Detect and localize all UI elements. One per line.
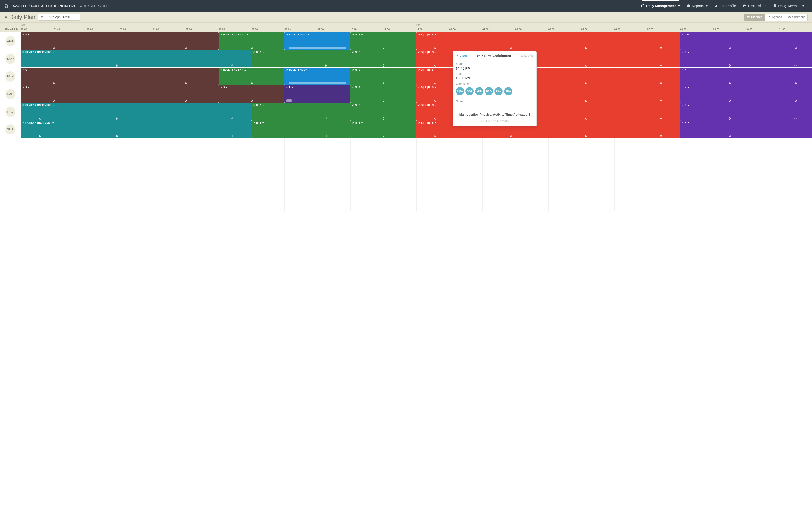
locked-label: Locked <box>524 54 534 57</box>
event-block[interactable]: S <box>21 68 219 85</box>
row-label-sha[interactable]: SHA <box>5 124 15 134</box>
date-display[interactable]: Sun Apr 14 2019 <box>46 14 75 20</box>
event-details-button[interactable]: Event Details <box>481 119 509 123</box>
event-block[interactable]: N <box>680 50 812 67</box>
top-nav: a AZA ELEPHANT WELFARE INITIATIVE WORKSH… <box>0 0 812 12</box>
event-block[interactable]: N <box>680 120 812 138</box>
swap-icon <box>22 51 24 53</box>
piechart-icon <box>687 4 691 8</box>
chevron-down-icon <box>688 69 689 70</box>
view-planner-button[interactable]: Planner <box>744 14 765 20</box>
event-block[interactable]: S <box>21 85 219 103</box>
hour-8: 08:00 <box>285 23 317 32</box>
lock-icon <box>520 54 523 57</box>
popover-locked: Locked <box>520 54 534 57</box>
event-block[interactable]: B | F | N | S <box>416 32 680 50</box>
row-label-pad[interactable]: PAD <box>5 89 15 99</box>
swap-icon <box>418 122 420 124</box>
swap-icon <box>681 34 684 36</box>
swap-icon <box>352 34 354 36</box>
swap-icon <box>220 34 222 36</box>
event-block[interactable]: F <box>285 85 350 103</box>
hour-20: 08:00 <box>680 23 713 32</box>
notes-label: Notes <box>456 100 534 103</box>
event-block[interactable]: N | S <box>252 103 350 120</box>
chevron-down-icon <box>262 105 264 106</box>
event-block[interactable]: FAMILY + TREATMENT <box>21 120 252 138</box>
hour-19: 07:00 <box>647 23 680 32</box>
view-summary-button[interactable]: Summary <box>785 14 807 20</box>
hour-13: 01:00 <box>449 23 482 32</box>
nav-daily-management[interactable]: Daily Management <box>638 0 683 12</box>
event-block[interactable]: N <box>680 103 812 120</box>
event-block[interactable]: N | S <box>252 120 350 138</box>
view-switcher: PlannerAgendaSummary <box>744 13 808 21</box>
swap-icon <box>418 87 420 89</box>
event-block[interactable]: S <box>219 85 285 103</box>
calendar-icon <box>747 16 750 18</box>
event-block[interactable]: N <box>680 85 812 103</box>
nav-discussions[interactable]: Discussions <box>739 0 769 12</box>
swap-icon <box>418 69 420 71</box>
elephant-chip-kun[interactable]: KUN <box>475 87 483 95</box>
nav-reports[interactable]: Reports <box>683 0 711 12</box>
elephant-chip-gop[interactable]: GOP <box>465 87 474 95</box>
chevron-down-icon <box>361 34 363 35</box>
chevron-down-icon <box>262 52 264 53</box>
event-block[interactable]: N | S <box>350 32 416 50</box>
hour-6: 06:00 <box>219 23 252 32</box>
track-gop: FAMILY + TREATMENTN | SN | SB | F | N | … <box>21 50 812 68</box>
event-block[interactable]: N | S <box>350 50 416 67</box>
hour-14: 02:00 <box>483 23 515 32</box>
event-block[interactable]: BULL + FAMILY + ... <box>219 68 285 85</box>
event-block[interactable]: S <box>21 32 219 50</box>
chevron-down-icon <box>28 69 30 70</box>
view-agenda-button[interactable]: Agenda <box>765 14 785 20</box>
hour-16: 04:00 <box>548 23 581 32</box>
checkbox-icon <box>481 119 485 123</box>
event-block[interactable]: BULL + FAMILY + ... <box>219 32 285 50</box>
chevron-down-icon <box>308 34 309 35</box>
event-block[interactable]: N | S <box>350 103 416 120</box>
popover-close-button[interactable]: Close <box>456 54 468 57</box>
elephant-chip-rav[interactable]: RAV <box>495 87 503 95</box>
event-block[interactable]: BULL + FAMILY <box>285 68 350 85</box>
row-label-rav[interactable]: RAV <box>5 107 15 117</box>
ends-value: 05:00 PM <box>456 76 534 80</box>
event-block[interactable]: N | S <box>350 68 416 85</box>
swap-icon <box>681 51 684 53</box>
nav-doug-meehan[interactable]: Doug, Meehan <box>769 0 808 12</box>
event-block[interactable]: N | S <box>350 120 416 138</box>
chevron-down-icon <box>435 122 436 123</box>
close-icon <box>456 54 459 57</box>
calendar-icon <box>641 4 645 8</box>
event-block[interactable]: N <box>680 68 812 85</box>
swap-icon <box>352 104 354 106</box>
calendar-icon <box>41 16 44 18</box>
event-block[interactable]: FAMILY + TREATMENT <box>21 50 252 67</box>
close-label: Close <box>460 54 468 57</box>
event-block[interactable]: FAMILY + TREATMENT <box>21 103 252 120</box>
date-calendar-button[interactable] <box>38 14 46 20</box>
hour-10: 10:00 <box>350 23 383 32</box>
details-label: Event Details <box>486 119 509 123</box>
nav-zoo-profile[interactable]: Zoo Profile <box>711 0 740 12</box>
row-label-kun[interactable]: KUN <box>5 71 15 81</box>
chevron-down-icon <box>52 122 54 123</box>
date-picker[interactable]: Sun Apr 14 2019 <box>38 14 80 20</box>
row-label-ama[interactable]: AMA <box>5 36 15 46</box>
elephant-chip-pad[interactable]: PAD <box>485 87 493 95</box>
event-block[interactable]: N | S <box>252 50 350 67</box>
user-icon <box>773 4 777 8</box>
zoo-name: WORKSHOP ZOO <box>80 4 107 8</box>
row-label-gop[interactable]: GOP <box>5 54 15 64</box>
elephant-chip-sha[interactable]: SHA <box>504 87 512 95</box>
hour-21: 09:00 <box>713 23 746 32</box>
event-block[interactable]: N | S <box>350 85 416 103</box>
event-block[interactable]: BULL + FAMILY <box>285 32 350 50</box>
event-block[interactable]: F <box>680 32 812 50</box>
date-caret-button[interactable] <box>75 14 80 20</box>
app-logo: a <box>4 1 8 10</box>
chevron-down-icon <box>361 87 363 88</box>
elephant-chip-ama[interactable]: AMA <box>456 87 464 95</box>
